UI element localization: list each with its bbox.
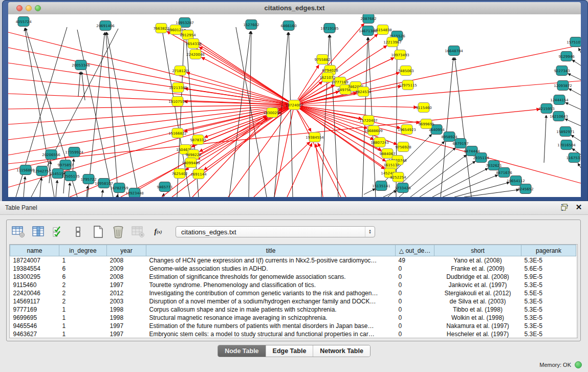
table-cell[interactable]: Changes of HCN gene expression and I(f) … xyxy=(146,256,396,265)
graph-node[interactable]: 18107554 xyxy=(168,97,187,106)
close-panel-icon[interactable]: ✕ xyxy=(575,203,583,211)
graph-node[interactable]: 19384554 xyxy=(306,133,324,142)
column-header-title[interactable]: title xyxy=(146,245,396,256)
table-options-icon[interactable] xyxy=(12,225,25,238)
table-cell[interactable]: Hescheler et al. (1997) xyxy=(434,330,521,338)
table-row[interactable]: 1456911722003Disruption of a novel membe… xyxy=(10,297,576,305)
graph-node[interactable]: 8252254 xyxy=(390,172,406,182)
column-header-year[interactable]: year xyxy=(107,245,146,256)
table-row[interactable]: 911546021997Tourette syndrome. Phenomeno… xyxy=(10,281,576,289)
table-cell[interactable]: 5.3E-5 xyxy=(521,281,576,289)
table-cell[interactable]: Jankovic et al. (1997) xyxy=(434,281,521,289)
table-cell[interactable]: 9777169 xyxy=(10,305,59,314)
table-cell[interactable]: 6 xyxy=(59,265,107,273)
graph-node[interactable]: 5878333 xyxy=(190,135,206,145)
table-cell[interactable]: 49 xyxy=(396,256,434,265)
graph-node[interactable]: 8471676 xyxy=(496,168,512,178)
graph-node[interactable]: 9245652 xyxy=(517,184,533,194)
table-cell[interactable]: Stergiakouli et al. (2012) xyxy=(434,289,521,297)
table-cell[interactable]: 18300295 xyxy=(10,273,59,281)
graph-node[interactable]: 7663822 xyxy=(153,24,169,33)
graph-node[interactable]: 1824534 xyxy=(355,87,372,97)
graph-node[interactable]: 8912954 xyxy=(180,30,196,40)
table-cell[interactable]: Tourette syndrome. Phenomenology and cla… xyxy=(146,281,396,289)
table-cell[interactable]: 5.3E-5 xyxy=(521,314,576,322)
table-cell[interactable]: 0 xyxy=(396,322,434,330)
graph-node[interactable]: 7485063 xyxy=(398,66,413,76)
graph-node[interactable]: 9755882 xyxy=(314,55,330,64)
table-cell[interactable]: Franke et al. (2009) xyxy=(434,265,521,273)
table-cell[interactable]: 2 xyxy=(59,281,107,289)
graph-node[interactable]: 2087682 xyxy=(360,14,376,24)
table-cell[interactable]: Embryonic stem cells: a model to study s… xyxy=(146,330,396,338)
network-view-canvas[interactable]: 4055724206914061095328715276026466160107… xyxy=(8,14,581,197)
graph-node[interactable]: 20206556 xyxy=(42,150,60,160)
table-cell[interactable]: 5.3E-5 xyxy=(521,256,576,265)
graph-node[interactable]: 9756928 xyxy=(395,142,411,152)
graph-node[interactable]: 16210643 xyxy=(550,112,568,121)
table-cell[interactable]: 0 xyxy=(396,330,434,338)
graph-node[interactable]: 1527602 xyxy=(243,20,259,30)
graph-node[interactable]: 9699695 xyxy=(418,119,434,129)
table-cell[interactable]: 2003 xyxy=(107,297,146,305)
column-header-out_de[interactable]: △ out_de… xyxy=(396,245,434,256)
table-cell[interactable]: 9699695 xyxy=(10,314,59,322)
table-cell[interactable]: 5.9E-5 xyxy=(521,273,576,281)
float-panel-icon[interactable] xyxy=(560,203,569,211)
table-cell[interactable]: Genome-wide association studies in ADHD. xyxy=(146,265,396,273)
table-cell[interactable]: 1 xyxy=(59,305,107,314)
graph-node[interactable]: 7625402 xyxy=(171,169,187,179)
graph-node[interactable]: 12444154 xyxy=(550,95,569,105)
show-columns-icon[interactable] xyxy=(32,225,45,238)
table-cell[interactable]: 2008 xyxy=(107,273,146,281)
table-cell[interactable]: 18724007 xyxy=(10,256,59,265)
delete-table-icon[interactable] xyxy=(112,225,125,238)
table-cell[interactable]: 9115460 xyxy=(10,281,59,289)
table-selector-dropdown[interactable]: citations_edges.txt ▲▼ xyxy=(176,226,375,237)
network-window-titlebar[interactable]: citations_edges.txt xyxy=(8,2,581,15)
create-table-icon[interactable] xyxy=(92,225,105,238)
table-cell[interactable]: 0 xyxy=(396,314,434,322)
graph-node[interactable]: 9129946 xyxy=(558,52,575,61)
table-cell[interactable]: Dudbridge et al. (2008) xyxy=(434,273,521,281)
graph-node[interactable]: 6879197 xyxy=(452,139,468,148)
graph-node[interactable]: 9115460 xyxy=(416,103,431,113)
row-height-icon[interactable] xyxy=(72,225,85,238)
column-header-in_degree[interactable]: in_degree xyxy=(59,245,107,256)
graph-node[interactable]: 1167533 xyxy=(566,153,581,163)
table-cell[interactable]: 2012 xyxy=(107,289,146,297)
table-cell[interactable]: 2009 xyxy=(107,265,146,273)
graph-node[interactable]: 9227343 xyxy=(554,66,570,76)
table-cell[interactable]: 1997 xyxy=(107,330,146,338)
graph-node[interactable]: 19654923 xyxy=(398,125,416,135)
graph-node[interactable]: 8215953 xyxy=(538,104,554,114)
graph-node[interactable]: 20053346 xyxy=(72,60,90,70)
graph-node[interactable]: 16154838 xyxy=(374,25,392,35)
function-builder-icon[interactable]: f(x) xyxy=(151,225,165,238)
memory-status-indicator[interactable] xyxy=(575,361,582,368)
tab-edge-table[interactable]: Edge Table xyxy=(266,345,313,357)
tab-node-table[interactable]: Node Table xyxy=(218,345,265,357)
table-cell[interactable]: 19384554 xyxy=(10,265,59,273)
table-cell[interactable]: 1998 xyxy=(107,305,146,314)
table-cell[interactable]: Estimation of significance thresholds fo… xyxy=(146,273,396,281)
table-cell[interactable]: 1997 xyxy=(107,322,146,330)
graph-node[interactable]: 2935114 xyxy=(473,153,489,163)
table-cell[interactable]: 0 xyxy=(396,281,434,289)
table-row[interactable]: 946554611997Estimation of the future num… xyxy=(10,322,576,330)
table-cell[interactable]: 1997 xyxy=(107,281,146,289)
table-row[interactable]: 1938455462009Genome-wide association stu… xyxy=(10,265,576,273)
table-cell[interactable]: Wolkin et al. (1998) xyxy=(434,314,521,322)
graph-node[interactable]: 4055724 xyxy=(15,17,32,27)
table-cell[interactable]: 6 xyxy=(59,273,107,281)
graph-node[interactable]: 12213389 xyxy=(169,83,187,93)
table-cell[interactable]: Corpus callosum shape and size in male p… xyxy=(146,305,396,314)
graph-node[interactable]: 15892971 xyxy=(556,127,575,137)
table-cell[interactable]: 2008 xyxy=(107,256,146,265)
column-header-name[interactable]: name xyxy=(10,245,59,256)
table-cell[interactable]: 5.3E-5 xyxy=(521,322,576,330)
table-row[interactable]: 1872400712008Changes of HCN gene express… xyxy=(10,256,576,265)
table-cell[interactable]: 0 xyxy=(396,265,434,273)
table-cell[interactable]: 1 xyxy=(59,322,107,330)
graph-node[interactable]: 1654338 xyxy=(185,39,201,49)
